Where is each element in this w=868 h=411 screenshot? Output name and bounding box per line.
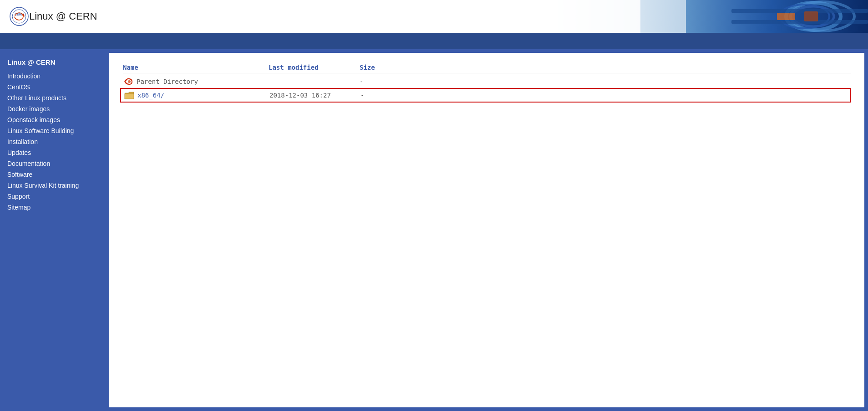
folder-icon xyxy=(124,91,135,100)
svg-rect-8 xyxy=(731,20,868,24)
sidebar-item-support[interactable]: Support xyxy=(7,191,109,202)
parent-directory-row: Parent Directory - xyxy=(123,75,851,88)
sidebar: Linux @ CERN Introduction CentOS Other L… xyxy=(0,49,109,411)
header-banner-image xyxy=(549,0,868,33)
sidebar-item-updates[interactable]: Updates xyxy=(7,147,109,158)
col-size-header: Size xyxy=(360,64,396,71)
svg-rect-10 xyxy=(804,11,818,21)
sidebar-title: Linux @ CERN xyxy=(7,58,109,66)
parent-directory-icon xyxy=(123,77,134,86)
svg-rect-9 xyxy=(777,13,795,20)
svg-point-5 xyxy=(791,2,854,31)
sidebar-item-introduction[interactable]: Introduction xyxy=(7,71,109,82)
svg-point-13 xyxy=(128,80,131,83)
header: CERN Linux @ CERN xyxy=(0,0,868,33)
sidebar-item-installation[interactable]: Installation xyxy=(7,136,109,147)
sidebar-item-other-linux[interactable]: Other Linux products xyxy=(7,92,109,103)
x86-folder-size: - xyxy=(360,92,397,99)
sidebar-item-software[interactable]: Software xyxy=(7,169,109,180)
sidebar-item-centos[interactable]: CentOS xyxy=(7,82,109,92)
svg-point-0 xyxy=(10,7,28,26)
col-name-header: Name xyxy=(123,64,269,71)
sidebar-item-sitemap[interactable]: Sitemap xyxy=(7,202,109,213)
parent-directory-size: - xyxy=(360,78,396,85)
table-row: x86_64/ 2018-12-03 16:27 - xyxy=(120,88,851,103)
nav-bar xyxy=(0,33,868,49)
file-listing-table: Name Last modified Size Parent Directory… xyxy=(123,62,851,103)
sidebar-item-survival-kit[interactable]: Linux Survival Kit training xyxy=(7,180,109,191)
sidebar-item-docker[interactable]: Docker images xyxy=(7,103,109,114)
svg-rect-7 xyxy=(731,9,868,13)
sidebar-item-documentation[interactable]: Documentation xyxy=(7,158,109,169)
svg-rect-11 xyxy=(549,0,640,33)
col-modified-header: Last modified xyxy=(269,64,360,71)
x86-folder-date: 2018-12-03 16:27 xyxy=(269,92,360,99)
main-content: Name Last modified Size Parent Directory… xyxy=(109,53,864,407)
main-layout: Linux @ CERN Introduction CentOS Other L… xyxy=(0,49,868,411)
svg-point-1 xyxy=(12,10,26,23)
cern-logo-icon: CERN xyxy=(9,6,29,26)
table-header: Name Last modified Size xyxy=(123,62,851,73)
x86-folder-link[interactable]: x86_64/ xyxy=(137,92,269,99)
sidebar-item-openstack[interactable]: Openstack images xyxy=(7,114,109,125)
svg-rect-12 xyxy=(640,0,686,33)
parent-directory-link[interactable]: Parent Directory xyxy=(137,78,269,85)
header-title: Linux @ CERN xyxy=(29,10,97,22)
sidebar-item-software-building[interactable]: Linux Software Building xyxy=(7,125,109,136)
